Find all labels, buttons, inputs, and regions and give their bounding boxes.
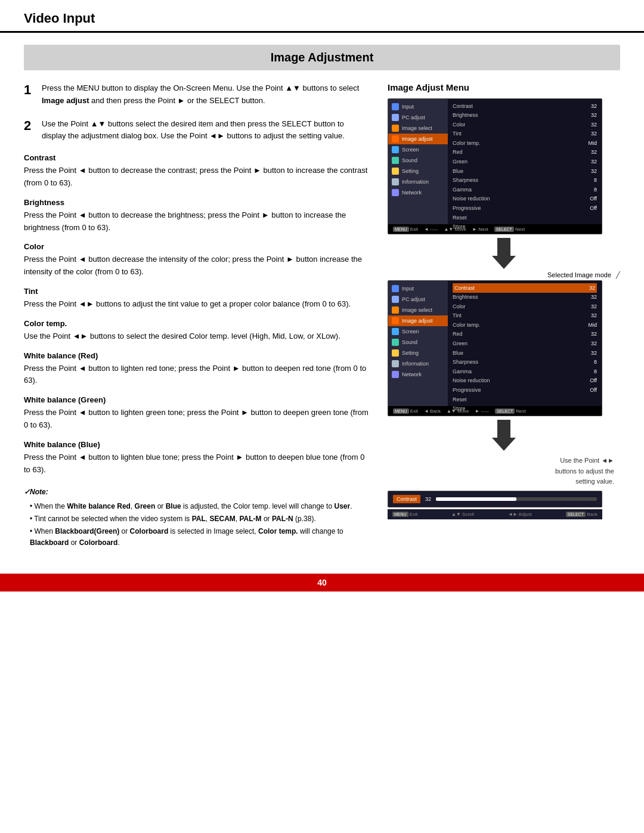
bar-move-2: ▲▼ Move [447, 408, 469, 414]
panel2-row-tint: Tint32 [453, 311, 597, 321]
contrast-title: Contrast [24, 153, 370, 162]
color-body: Press the Point ◄ button decrease the in… [24, 253, 370, 278]
setting-icon-2 [392, 349, 399, 357]
step-2-number: 2 [24, 118, 36, 143]
panel2-row-noise: Noise reductionOff [453, 376, 597, 386]
note-item-3: When Blackboard(Green) or Colorboard is … [30, 526, 370, 549]
subsection-contrast: Contrast Press the Point ◄ button to dec… [24, 153, 370, 190]
input-icon [392, 103, 399, 110]
tint-body: Press the Point ◄► buttons to adjust the… [24, 298, 370, 311]
section-title: Image Adjustment [24, 45, 620, 70]
menu-item2-sound: Sound [388, 337, 448, 348]
arrow-1 [388, 238, 620, 269]
menu-item2-info: Information [388, 358, 448, 369]
wb-green-title: White balance (Green) [24, 395, 370, 404]
panel-row-noise: Noise reductionOff [453, 194, 597, 204]
panel-row-colortemp: Color temp.Mid [453, 138, 597, 148]
menu-inner-1: Input PC adjust Image select Image adjus… [388, 99, 602, 224]
color-temp-body: Use the Point ◄► buttons to select the d… [24, 330, 370, 343]
menu-item-imgsel: Image select [388, 123, 448, 134]
subsection-tint: Tint Press the Point ◄► buttons to adjus… [24, 287, 370, 311]
panel-row-blue: Blue32 [453, 166, 597, 176]
tint-title: Tint [24, 287, 370, 296]
bar-nav-2: ► ----- [475, 408, 489, 414]
color-temp-title: Color temp. [24, 319, 370, 328]
menu-item-sound: Sound [388, 155, 448, 166]
bar-move-1: ▲▼ Move [444, 227, 466, 232]
info-icon-2 [392, 360, 399, 367]
panel-row-sharpness: Sharpness8 [453, 176, 597, 185]
bar-select-2: SELECT Next [495, 408, 526, 414]
panel2-row-colortemp: Color temp.Mid [453, 320, 597, 330]
panel2-row-red: Red32 [453, 330, 597, 339]
menu-item-pc: PC adjust [388, 112, 448, 123]
menu-sidebar-1: Input PC adjust Image select Image adjus… [388, 99, 448, 224]
panel2-row-green: Green32 [453, 339, 597, 349]
panel-row-brightness: Brightness32 [453, 111, 597, 120]
menu-item-input: Input [388, 101, 448, 112]
brightness-title: Brightness [24, 198, 370, 207]
use-point-text: Use the Point ◄►buttons to adjust theset… [388, 456, 620, 487]
panel-row-red: Red32 [453, 148, 597, 157]
menu-item-setting: Setting [388, 166, 448, 176]
panel2-row-color: Color32 [453, 302, 597, 311]
screen-icon-2 [392, 328, 399, 335]
menu-item-imgadj-active: Image adjust [388, 134, 448, 144]
pc-icon-2 [392, 296, 399, 303]
menu-item-info: Information [388, 176, 448, 187]
setting-note-box: MENU Exit ▲▼ Scroll ◄► Adjust SELECT Bac… [388, 509, 602, 519]
color-title: Color [24, 242, 370, 251]
panel2-row-contrast: Contrast32 [453, 283, 597, 293]
menu-item2-pc: PC adjust [388, 294, 448, 305]
menu-item-screen: Screen [388, 144, 448, 155]
subsection-wb-blue: White balance (Blue) Press the Point ◄ b… [24, 440, 370, 476]
panel-row-reset: Reset [453, 213, 597, 222]
bar-exit-3: MENU Exit [392, 512, 417, 517]
step-1-number: 1 [24, 82, 36, 107]
wb-red-title: White balance (Red) [24, 351, 370, 360]
info-icon [392, 178, 399, 185]
panel-row-tint: Tint32 [453, 129, 597, 139]
note-item-1: When the White balance Red, Green or Blu… [30, 501, 370, 512]
menu-item2-screen: Screen [388, 326, 448, 337]
panel-row-contrast: Contrast32 [453, 101, 597, 111]
imgadj-icon-2 [392, 317, 399, 324]
subsection-wb-green: White balance (Green) Press the Point ◄ … [24, 395, 370, 432]
panel2-row-gamma: Gamma8 [453, 367, 597, 376]
notes-section: ✓Note: When the White balance Red, Green… [24, 487, 370, 549]
left-column: 1 Press the MENU button to display the O… [24, 82, 370, 550]
note-title: ✓Note: [24, 487, 370, 498]
menu-panel-2: Contrast32 Brightness32 Color32 Tint32 C… [448, 281, 602, 406]
contrast-body: Press the Point ◄ button to decrease the… [24, 165, 370, 190]
annotation-slash: ╱ [616, 271, 620, 279]
panel2-row-reset: Reset [453, 395, 597, 404]
bar-scroll-3: ▲▼ Scroll [451, 512, 474, 517]
menu-item2-setting: Setting [388, 348, 448, 358]
setting-contrast-label: Contrast [393, 495, 420, 503]
pc-icon [392, 114, 399, 121]
bar-nav-1: ◄ ----- [424, 227, 438, 232]
panel2-row-brightness: Brightness32 [453, 293, 597, 302]
menu-screenshot-2: Input PC adjust Image select Image adjus… [388, 280, 602, 416]
network-icon-2 [392, 371, 399, 378]
screen-icon [392, 146, 399, 153]
bar-exit-2: MENU Exit [393, 408, 418, 414]
menu-inner-2: Input PC adjust Image select Image adjus… [388, 281, 602, 406]
wb-blue-body: Press the Point ◄ button to lighten blue… [24, 451, 370, 476]
bar-next-1: ► Next [472, 227, 488, 232]
step-2-text: Use the Point ▲▼ buttons select the desi… [42, 118, 370, 143]
bar-exit-1: MENU Exit [393, 227, 418, 232]
selected-image-mode-label: Selected Image mode [547, 271, 611, 278]
wb-green-body: Press the Point ◄ button to lighten gree… [24, 407, 370, 432]
sound-icon-2 [392, 339, 399, 346]
setting-value-box: Contrast 32 [388, 491, 602, 507]
step-2: 2 Use the Point ▲▼ buttons select the de… [24, 118, 370, 143]
menu-title: Image Adjust Menu [388, 82, 620, 92]
menu-item-network: Network [388, 187, 448, 198]
setting-value-number: 32 [425, 496, 431, 502]
network-icon [392, 189, 399, 196]
panel2-row-progressive: ProgressiveOff [453, 386, 597, 395]
main-content: Image Adjustment 1 Press the MENU button… [0, 33, 644, 562]
setting-bar-fill [436, 497, 516, 501]
menu-item2-imgsel: Image select [388, 305, 448, 315]
